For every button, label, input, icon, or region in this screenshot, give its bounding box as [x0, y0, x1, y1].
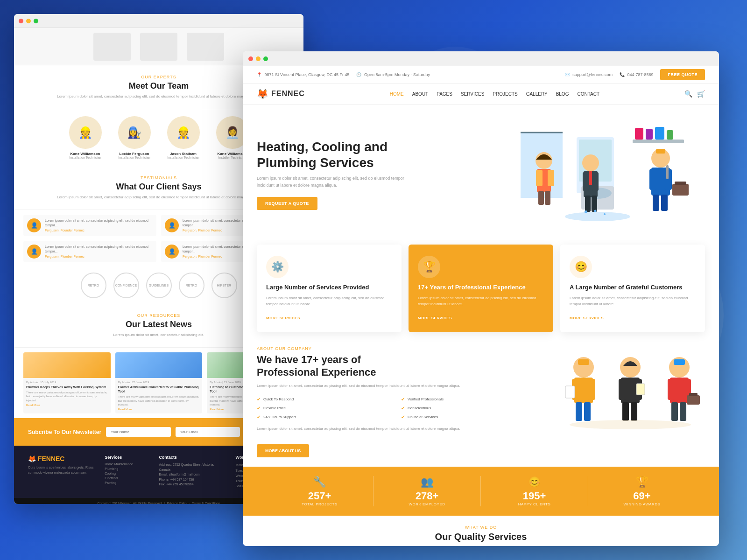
feature-3: ✔ Flexible Price — [257, 406, 397, 411]
hours-text: 🕐 Open 8am-5pm Monday - Saturday — [356, 72, 430, 77]
team-avatar-1: 👷 — [69, 116, 102, 149]
nav-link-home[interactable]: HOME — [390, 91, 404, 97]
team-name-2: Lockie Ferguson — [113, 152, 155, 156]
footer-link-electrical[interactable]: Electrical — [105, 476, 149, 480]
free-quote-button[interactable]: FREE QUOTE — [660, 69, 705, 80]
worker3-leg-l — [671, 402, 678, 421]
worker3-helmet — [674, 359, 685, 365]
team-name-3: Jason Statham — [162, 152, 204, 156]
browser-back-titlebar — [14, 14, 303, 28]
search-icon[interactable]: 🔍 — [684, 90, 692, 98]
team-role-3: Installation Technician — [162, 156, 204, 159]
worker1-leg-r — [584, 402, 591, 421]
stat-label-employed: WORK EMPLOYED — [374, 502, 480, 506]
stats-bar: 🔧 257+ TOTAL PROJECTS 👥 278+ WORK EMPLOY… — [243, 467, 719, 516]
stat-label-awards: WINNING AWARDS — [588, 502, 696, 506]
news-card-2: By Admin | 25 June 2019 Former Ambulance… — [115, 352, 203, 413]
nav-link-gallery[interactable]: GALLERY — [526, 91, 548, 97]
stat-label-clients: HAPPY CLIENTS — [481, 502, 588, 506]
nav-link-contact[interactable]: CONTACT — [577, 91, 599, 97]
man-arm-right — [592, 172, 599, 191]
card-link-3[interactable]: MORE SERVICES — [570, 316, 604, 320]
testimonial-text-3: Lorem ipsum dolor sit amet, consectetur … — [45, 245, 153, 254]
main-nav: 🦊 FENNEC HOME ABOUT PAGES SERVICES PROJE… — [243, 84, 719, 105]
footer-services-title: Services — [105, 455, 149, 460]
card-desc-1: Lorem ipsum dolor sit amet, consectetur … — [266, 295, 392, 308]
footer-link-plumbing[interactable]: Plumbing — [105, 467, 149, 470]
footer-services-col: Services Home Maintenance Plumbing Cooli… — [105, 455, 149, 489]
worker1-helmet — [578, 359, 589, 365]
close-dot[interactable] — [19, 19, 23, 23]
nav-link-blog[interactable]: BLOG — [556, 91, 569, 97]
newsletter-name-input[interactable] — [106, 427, 170, 437]
worker2-arm-l — [619, 379, 626, 400]
service-card-3: 😊 A Large Number of Grateful Customers L… — [560, 245, 705, 332]
news-read-1[interactable]: Read More — [26, 404, 108, 406]
team-name-1: Kane Williamson — [64, 152, 106, 156]
minimize-dot[interactable] — [26, 19, 31, 23]
about-section: ABOUT OUR COMPANY We have 17+ years of P… — [243, 332, 719, 466]
team-member-1: 👷 Kane Williamson Installation Technicia… — [64, 116, 106, 159]
card-link-2[interactable]: MORE SERVICES — [418, 316, 452, 320]
footer-logo-text: FENNEC — [38, 455, 65, 462]
testimonial-avatar-1: 👤 — [27, 218, 41, 232]
hero-illustration — [490, 119, 705, 231]
front-close-dot[interactable] — [248, 56, 253, 61]
badge-1: RETRO — [81, 273, 106, 298]
testimonial-content-1: Lorem ipsum dolor sit amet, consectetur … — [45, 218, 153, 232]
email-icon: ✉️ — [565, 72, 570, 77]
news-body-2: By Admin | 25 June 2019 Former Ambulance… — [115, 378, 203, 413]
phone-number: 📞 044-787-8569 — [620, 72, 654, 77]
about-label: ABOUT OUR COMPANY — [257, 346, 542, 351]
nav-link-pages[interactable]: PAGES — [437, 91, 452, 97]
team-avatar-3: 👷 — [167, 116, 200, 149]
more-about-us-button[interactable]: MORE ABOUT US — [257, 444, 309, 457]
testimonial-author-1: Ferguson, Founder Fennec — [45, 229, 153, 232]
service-card-2-featured: 🏆 17+ Years of Professional Experience L… — [409, 245, 553, 332]
request-quote-button[interactable]: REQUEST A QUOTE — [257, 197, 317, 210]
stat-num-projects: 257+ — [266, 490, 373, 502]
team-avatar-2: 👩‍🔧 — [118, 116, 151, 149]
stat-employed: 👥 278+ WORK EMPLOYED — [374, 476, 481, 506]
water-puddle — [565, 212, 630, 221]
badge-3: GUIDELINES — [146, 273, 172, 298]
nav-link-services[interactable]: SERVICES — [461, 91, 484, 97]
team-role-2: Installation Technician — [113, 156, 155, 159]
info-bar-left: 📍 9871 St Vincent Place, Glasgow, DC 45 … — [257, 72, 430, 77]
nav-link-about[interactable]: ABOUT — [412, 91, 428, 97]
shelf — [633, 140, 684, 143]
card-title-2: 17+ Years of Professional Experience — [418, 284, 544, 292]
front-maximize-dot[interactable] — [263, 56, 268, 61]
news-excerpt-2: There are many variations of passages of… — [118, 395, 200, 406]
testimonial-text-1: Lorem ipsum dolor sit amet, consectetur … — [45, 218, 153, 228]
card-link-1[interactable]: MORE SERVICES — [266, 316, 300, 320]
front-browser-window: 📍 9871 St Vincent Place, Glasgow, DC 45 … — [243, 51, 719, 546]
badge-4: RETRO — [179, 273, 204, 298]
news-excerpt-1: There are many variations of passages of… — [26, 391, 108, 402]
about-text: ABOUT OUR COMPANY We have 17+ years of P… — [257, 346, 542, 457]
ground-shadow — [570, 420, 691, 429]
nav-logo[interactable]: 🦊 FENNEC — [257, 88, 305, 99]
card-icon-wrap-3: 😊 — [570, 256, 592, 278]
front-minimize-dot[interactable] — [256, 56, 261, 61]
footer-policy-links: | Privacy Policy · Terms & Conditions — [163, 502, 220, 504]
woman-leg-left — [538, 191, 544, 205]
footer-link-home-maintenance[interactable]: Home Maintenance — [105, 462, 149, 466]
maximize-dot[interactable] — [34, 19, 38, 23]
footer-link-cooling[interactable]: Cooling — [105, 472, 149, 475]
footer-address: Address: 2752 Quadra Street Victoria, Ca… — [159, 462, 226, 472]
man-leg-right — [592, 196, 597, 212]
check-icon-2: ✔ — [401, 397, 405, 402]
cart-icon[interactable]: 🛒 — [697, 90, 705, 98]
product-2 — [646, 129, 653, 140]
card-title-1: Large Number of Services Provided — [266, 284, 392, 292]
clients-icon: 😊 — [481, 476, 588, 488]
hero-svg-illustration — [493, 119, 703, 231]
news-read-2[interactable]: Read More — [118, 408, 200, 411]
footer-link-painting[interactable]: Painting — [105, 481, 149, 484]
stat-num-employed: 278+ — [374, 490, 480, 502]
nav-link-projects[interactable]: PROJECTS — [493, 91, 517, 97]
newsletter-email-input[interactable] — [176, 427, 240, 437]
support-email: ✉️ support@fennec.com — [565, 72, 613, 77]
worker3-toolbox-handle — [689, 393, 698, 396]
